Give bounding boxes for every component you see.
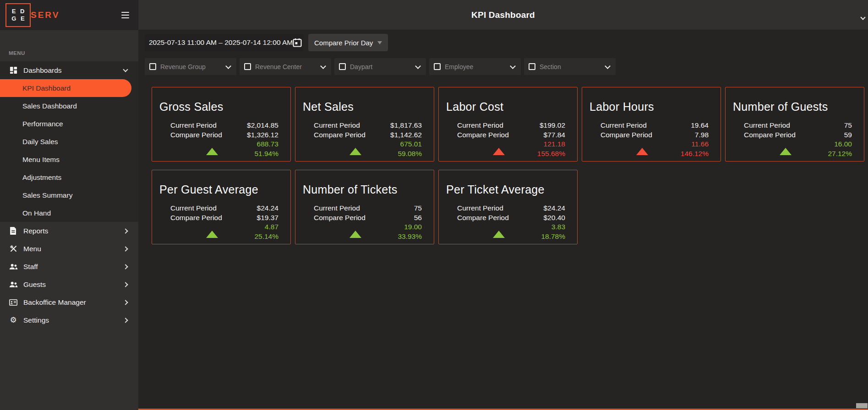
filter-revenue-center[interactable]: Revenue Center bbox=[240, 58, 331, 75]
sidebar-item-reports[interactable]: Reports bbox=[0, 222, 138, 240]
sidebar-subitem-sales-summary[interactable]: Sales Summary bbox=[0, 186, 138, 204]
delta-percent: 155.68% bbox=[439, 149, 577, 159]
current-period-label: Current Period bbox=[601, 121, 647, 130]
delta-percent: 25.14% bbox=[152, 232, 290, 242]
chevron-down-icon bbox=[511, 65, 515, 68]
sidebar-item-staff[interactable]: Staff bbox=[0, 258, 138, 275]
current-period-label: Current Period bbox=[457, 204, 503, 213]
sidebar-subitem-performance[interactable]: Performance bbox=[0, 115, 138, 133]
hamburger-menu-icon[interactable] bbox=[121, 12, 129, 18]
sidebar-subitem-on-hand[interactable]: On Hand bbox=[0, 204, 138, 222]
current-period-label: Current Period bbox=[170, 204, 217, 213]
compare-period-value: 56 bbox=[414, 213, 422, 223]
filter-revenue-group[interactable]: Revenue Group bbox=[145, 58, 236, 75]
delta-percent: 51.94% bbox=[152, 149, 290, 159]
current-period-value: $1,817.63 bbox=[390, 121, 422, 130]
date-range-value: 2025-07-13 11:00 AM – 2025-07-14 12:00 A… bbox=[149, 38, 293, 47]
checkbox-icon[interactable] bbox=[339, 63, 346, 70]
kpi-card-title: Labor Cost bbox=[446, 100, 570, 113]
compare-period-label: Compare Period bbox=[457, 130, 509, 140]
sidebar-item-backoffice-manager[interactable]: Backoffice Manager bbox=[0, 293, 138, 311]
checkbox-icon[interactable] bbox=[434, 63, 441, 70]
chevron-down-icon bbox=[321, 65, 325, 68]
compare-period-value: $19.37 bbox=[257, 213, 278, 223]
sidebar-group-dashboards: DashboardsKPI DashboardSales DashboardPe… bbox=[0, 61, 138, 222]
checkbox-icon[interactable] bbox=[529, 63, 535, 70]
checkbox-icon[interactable] bbox=[244, 63, 251, 70]
kpi-card-labor-cost: Labor CostCurrent Period$199.02Compare P… bbox=[438, 87, 578, 162]
kpi-card-title: Number of Tickets bbox=[303, 183, 426, 196]
scrollbar-thumb[interactable] bbox=[856, 403, 868, 408]
logo-bar: E D G E SERV bbox=[0, 0, 138, 30]
sidebar-item-dashboards[interactable]: Dashboards bbox=[0, 61, 138, 79]
top-header: KPI Dashboard bbox=[138, 0, 868, 30]
brand-logo: E D G E bbox=[5, 3, 31, 27]
chevron-right-icon bbox=[124, 265, 127, 269]
caret-down-icon bbox=[377, 41, 382, 44]
kpi-card-per-ticket-average: Per Ticket AverageCurrent Period$24.24Co… bbox=[438, 170, 578, 244]
kpi-card-number-of-guests: Number of GuestsCurrent Period75Compare … bbox=[725, 87, 864, 162]
kpi-card-title: Labor Hours bbox=[590, 100, 713, 113]
compare-period-value: $20.40 bbox=[544, 213, 565, 223]
filter-employee[interactable]: Employee bbox=[429, 58, 521, 75]
date-range-picker[interactable]: 2025-07-13 11:00 AM – 2025-07-14 12:00 A… bbox=[145, 34, 303, 51]
current-period-value: $24.24 bbox=[544, 204, 565, 213]
sidebar-item-guests[interactable]: Guests bbox=[0, 275, 138, 293]
compare-select[interactable]: Compare Prior Day bbox=[308, 34, 388, 51]
chevron-down-icon[interactable] bbox=[861, 13, 865, 21]
utensils-icon bbox=[9, 245, 18, 253]
page-title: KPI Dashboard bbox=[471, 10, 535, 20]
sidebar-item-menu[interactable]: Menu bbox=[0, 240, 138, 258]
trend-up-icon bbox=[349, 148, 361, 155]
sidebar-subitem-adjustments[interactable]: Adjustments bbox=[0, 168, 138, 186]
sidebar-group-guests: Guests bbox=[0, 275, 138, 293]
sidebar-subitem-menu-items[interactable]: Menu Items bbox=[0, 151, 138, 168]
sidebar-subitem-sales-dashboard[interactable]: Sales Dashboard bbox=[0, 97, 138, 115]
current-period-value: 75 bbox=[844, 121, 852, 130]
compare-period-label: Compare Period bbox=[170, 130, 222, 140]
compare-period-label: Compare Period bbox=[170, 213, 222, 223]
sidebar-item-settings[interactable]: ⚙Settings bbox=[0, 311, 138, 329]
filter-section[interactable]: Section bbox=[524, 58, 616, 75]
delta-value: 16.00 bbox=[726, 140, 864, 149]
kpi-card-title: Number of Guests bbox=[733, 100, 857, 113]
compare-period-label: Compare Period bbox=[314, 130, 366, 140]
kpi-card-title: Per Guest Average bbox=[159, 183, 283, 196]
chevron-right-icon bbox=[124, 229, 127, 233]
compare-period-value: 59 bbox=[844, 130, 852, 140]
kpi-cards-grid: Gross SalesCurrent Period$2,014.85Compar… bbox=[152, 87, 864, 244]
delta-percent: 27.12% bbox=[726, 149, 864, 159]
chevron-right-icon bbox=[124, 301, 127, 304]
sidebar-group-menu: Menu bbox=[0, 240, 138, 258]
staff-icon bbox=[9, 264, 18, 270]
app-window: E D G E SERV MENU DashboardsKPI Dashboar… bbox=[0, 0, 868, 410]
checkbox-icon[interactable] bbox=[149, 63, 156, 70]
sidebar-subitem-kpi-dashboard[interactable]: KPI Dashboard bbox=[0, 79, 131, 97]
delta-percent: 33.93% bbox=[295, 232, 434, 242]
chevron-down-icon bbox=[226, 65, 230, 68]
main-content: 2025-07-13 11:00 AM – 2025-07-14 12:00 A… bbox=[138, 31, 868, 410]
delta-percent: 59.08% bbox=[295, 149, 434, 159]
chevron-right-icon bbox=[124, 283, 127, 286]
current-period-value: $2,014.85 bbox=[247, 121, 278, 130]
kpi-card-net-sales: Net SalesCurrent Period$1,817.63Compare … bbox=[295, 87, 434, 162]
sidebar-subitem-daily-sales[interactable]: Daily Sales bbox=[0, 133, 138, 151]
compare-period-value: $1,142.62 bbox=[390, 130, 422, 140]
chevron-right-icon bbox=[124, 318, 127, 322]
delta-value: 19.00 bbox=[295, 222, 434, 232]
sidebar-menu: DashboardsKPI DashboardSales DashboardPe… bbox=[0, 61, 138, 329]
menu-section-label: MENU bbox=[0, 30, 138, 61]
chevron-down-icon bbox=[416, 65, 420, 68]
kpi-card-gross-sales: Gross SalesCurrent Period$2,014.85Compar… bbox=[152, 87, 291, 162]
compare-selected-value: Compare Prior Day bbox=[314, 39, 377, 47]
current-period-label: Current Period bbox=[314, 204, 360, 213]
guests-icon bbox=[9, 281, 18, 288]
filter-daypart[interactable]: Daypart bbox=[334, 58, 426, 75]
delta-value: 4.87 bbox=[152, 222, 290, 232]
compare-period-label: Compare Period bbox=[601, 130, 652, 140]
current-period-label: Current Period bbox=[170, 121, 217, 130]
chevron-down-icon bbox=[606, 65, 610, 68]
delta-value: 11.66 bbox=[582, 140, 721, 149]
trend-up-icon bbox=[493, 148, 505, 155]
kpi-card-per-guest-average: Per Guest AverageCurrent Period$24.24Com… bbox=[152, 170, 291, 244]
